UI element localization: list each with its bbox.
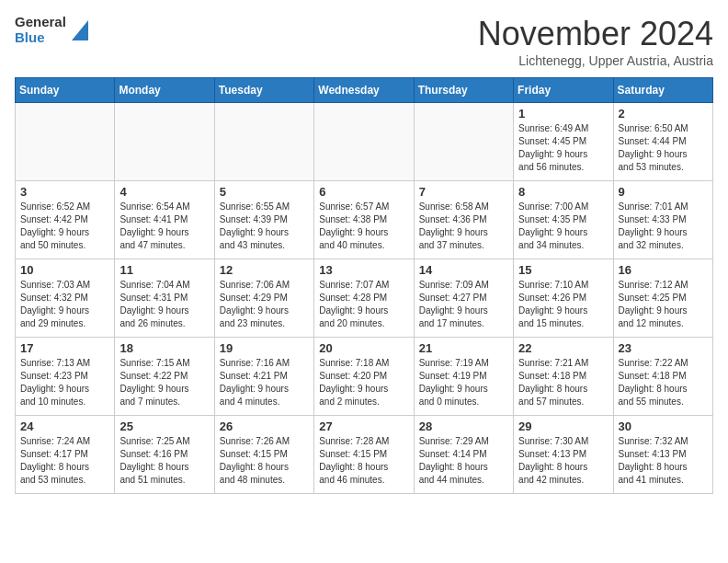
calendar-header: SundayMondayTuesdayWednesdayThursdayFrid… <box>16 78 713 103</box>
day-number: 11 <box>119 263 209 277</box>
day-number: 22 <box>518 341 608 355</box>
day-info: Sunrise: 7:12 AM Sunset: 4:25 PM Dayligh… <box>619 279 708 330</box>
weekday-header-tuesday: Tuesday <box>214 78 313 103</box>
day-number: 4 <box>119 185 209 199</box>
calendar-cell: 10Sunrise: 7:03 AM Sunset: 4:32 PM Dayli… <box>16 259 115 338</box>
calendar-cell: 30Sunrise: 7:32 AM Sunset: 4:13 PM Dayli… <box>613 416 712 494</box>
day-info: Sunrise: 6:55 AM Sunset: 4:39 PM Dayligh… <box>220 201 309 252</box>
day-number: 5 <box>220 185 309 199</box>
logo-triangle-icon <box>72 20 88 40</box>
calendar-cell: 23Sunrise: 7:22 AM Sunset: 4:18 PM Dayli… <box>613 338 712 416</box>
day-info: Sunrise: 7:25 AM Sunset: 4:16 PM Dayligh… <box>119 435 209 487</box>
calendar-cell: 18Sunrise: 7:15 AM Sunset: 4:22 PM Dayli… <box>115 338 214 416</box>
month-title: November 2024 <box>478 15 713 53</box>
calendar-cell: 11Sunrise: 7:04 AM Sunset: 4:31 PM Dayli… <box>115 259 214 338</box>
calendar-cell: 28Sunrise: 7:29 AM Sunset: 4:14 PM Dayli… <box>414 416 513 494</box>
logo-line2: Blue <box>15 30 66 46</box>
calendar-cell: 20Sunrise: 7:18 AM Sunset: 4:20 PM Dayli… <box>314 338 414 416</box>
day-number: 9 <box>619 185 708 199</box>
day-info: Sunrise: 7:01 AM Sunset: 4:33 PM Dayligh… <box>619 201 708 252</box>
calendar-cell <box>314 103 414 181</box>
location: Lichtenegg, Upper Austria, Austria <box>478 53 713 68</box>
day-info: Sunrise: 7:30 AM Sunset: 4:13 PM Dayligh… <box>518 435 608 487</box>
calendar-table: SundayMondayTuesdayWednesdayThursdayFrid… <box>15 77 713 494</box>
calendar-cell: 19Sunrise: 7:16 AM Sunset: 4:21 PM Dayli… <box>214 338 313 416</box>
calendar-cell: 7Sunrise: 6:58 AM Sunset: 4:36 PM Daylig… <box>414 181 513 259</box>
day-info: Sunrise: 7:18 AM Sunset: 4:20 PM Dayligh… <box>319 357 408 408</box>
calendar-cell: 26Sunrise: 7:26 AM Sunset: 4:15 PM Dayli… <box>214 416 313 494</box>
day-number: 15 <box>518 263 608 277</box>
logo-text: General Blue <box>15 15 66 45</box>
calendar-cell: 1Sunrise: 6:49 AM Sunset: 4:45 PM Daylig… <box>514 103 613 181</box>
calendar-cell: 27Sunrise: 7:28 AM Sunset: 4:15 PM Dayli… <box>314 416 414 494</box>
calendar-cell: 21Sunrise: 7:19 AM Sunset: 4:19 PM Dayli… <box>414 338 513 416</box>
day-info: Sunrise: 7:00 AM Sunset: 4:35 PM Dayligh… <box>518 201 608 252</box>
calendar-week-4: 17Sunrise: 7:13 AM Sunset: 4:23 PM Dayli… <box>16 338 713 416</box>
day-number: 24 <box>20 419 109 433</box>
day-info: Sunrise: 7:09 AM Sunset: 4:27 PM Dayligh… <box>419 279 508 330</box>
calendar-cell: 15Sunrise: 7:10 AM Sunset: 4:26 PM Dayli… <box>514 259 613 338</box>
calendar-cell <box>414 103 513 181</box>
calendar-cell: 24Sunrise: 7:24 AM Sunset: 4:17 PM Dayli… <box>16 416 115 494</box>
day-number: 25 <box>119 419 209 433</box>
day-number: 17 <box>20 341 109 355</box>
calendar-cell <box>16 103 115 181</box>
weekday-header-sunday: Sunday <box>16 78 115 103</box>
weekday-header-friday: Friday <box>514 78 613 103</box>
calendar-cell: 25Sunrise: 7:25 AM Sunset: 4:16 PM Dayli… <box>115 416 214 494</box>
calendar-cell: 22Sunrise: 7:21 AM Sunset: 4:18 PM Dayli… <box>514 338 613 416</box>
day-info: Sunrise: 6:58 AM Sunset: 4:36 PM Dayligh… <box>419 201 508 252</box>
day-info: Sunrise: 7:15 AM Sunset: 4:22 PM Dayligh… <box>119 357 209 408</box>
day-number: 27 <box>319 419 408 433</box>
calendar-cell: 14Sunrise: 7:09 AM Sunset: 4:27 PM Dayli… <box>414 259 513 338</box>
calendar-cell: 4Sunrise: 6:54 AM Sunset: 4:41 PM Daylig… <box>115 181 214 259</box>
day-info: Sunrise: 7:21 AM Sunset: 4:18 PM Dayligh… <box>518 357 608 408</box>
logo-line1: General <box>15 15 66 30</box>
calendar-cell: 9Sunrise: 7:01 AM Sunset: 4:33 PM Daylig… <box>613 181 712 259</box>
page-header: General Blue November 2024 Lichtenegg, U… <box>15 15 713 68</box>
calendar-cell <box>214 103 313 181</box>
day-info: Sunrise: 7:04 AM Sunset: 4:31 PM Dayligh… <box>119 279 209 330</box>
day-number: 1 <box>518 107 608 121</box>
day-info: Sunrise: 7:19 AM Sunset: 4:19 PM Dayligh… <box>419 357 508 408</box>
day-info: Sunrise: 7:29 AM Sunset: 4:14 PM Dayligh… <box>419 435 508 487</box>
day-info: Sunrise: 6:49 AM Sunset: 4:45 PM Dayligh… <box>518 122 608 174</box>
calendar-week-1: 1Sunrise: 6:49 AM Sunset: 4:45 PM Daylig… <box>16 103 713 181</box>
day-number: 7 <box>419 185 508 199</box>
day-number: 23 <box>619 341 708 355</box>
calendar-cell: 5Sunrise: 6:55 AM Sunset: 4:39 PM Daylig… <box>214 181 313 259</box>
day-info: Sunrise: 7:07 AM Sunset: 4:28 PM Dayligh… <box>319 279 408 330</box>
calendar-cell: 6Sunrise: 6:57 AM Sunset: 4:38 PM Daylig… <box>314 181 414 259</box>
day-info: Sunrise: 7:24 AM Sunset: 4:17 PM Dayligh… <box>20 435 109 487</box>
logo: General Blue <box>15 15 88 45</box>
day-number: 30 <box>619 419 708 433</box>
day-info: Sunrise: 7:26 AM Sunset: 4:15 PM Dayligh… <box>220 435 309 487</box>
calendar-cell: 29Sunrise: 7:30 AM Sunset: 4:13 PM Dayli… <box>514 416 613 494</box>
calendar-body: 1Sunrise: 6:49 AM Sunset: 4:45 PM Daylig… <box>16 103 713 494</box>
day-info: Sunrise: 6:52 AM Sunset: 4:42 PM Dayligh… <box>20 201 109 252</box>
day-number: 6 <box>319 185 408 199</box>
day-info: Sunrise: 6:50 AM Sunset: 4:44 PM Dayligh… <box>619 122 708 174</box>
day-number: 3 <box>20 185 109 199</box>
day-number: 2 <box>619 107 708 121</box>
calendar-cell: 12Sunrise: 7:06 AM Sunset: 4:29 PM Dayli… <box>214 259 313 338</box>
weekday-header-thursday: Thursday <box>414 78 513 103</box>
calendar-cell: 2Sunrise: 6:50 AM Sunset: 4:44 PM Daylig… <box>613 103 712 181</box>
calendar-cell: 17Sunrise: 7:13 AM Sunset: 4:23 PM Dayli… <box>16 338 115 416</box>
day-info: Sunrise: 6:57 AM Sunset: 4:38 PM Dayligh… <box>319 201 408 252</box>
calendar-cell: 3Sunrise: 6:52 AM Sunset: 4:42 PM Daylig… <box>16 181 115 259</box>
weekday-header-wednesday: Wednesday <box>314 78 414 103</box>
day-number: 10 <box>20 263 109 277</box>
day-number: 26 <box>220 419 309 433</box>
calendar-cell: 8Sunrise: 7:00 AM Sunset: 4:35 PM Daylig… <box>514 181 613 259</box>
day-info: Sunrise: 7:28 AM Sunset: 4:15 PM Dayligh… <box>319 435 408 487</box>
day-number: 28 <box>419 419 508 433</box>
day-info: Sunrise: 7:10 AM Sunset: 4:26 PM Dayligh… <box>518 279 608 330</box>
weekday-row: SundayMondayTuesdayWednesdayThursdayFrid… <box>16 78 713 103</box>
day-number: 18 <box>119 341 209 355</box>
calendar-cell: 13Sunrise: 7:07 AM Sunset: 4:28 PM Dayli… <box>314 259 414 338</box>
title-area: November 2024 Lichtenegg, Upper Austria,… <box>478 15 713 68</box>
day-number: 13 <box>319 263 408 277</box>
day-number: 21 <box>419 341 508 355</box>
day-info: Sunrise: 7:13 AM Sunset: 4:23 PM Dayligh… <box>20 357 109 408</box>
